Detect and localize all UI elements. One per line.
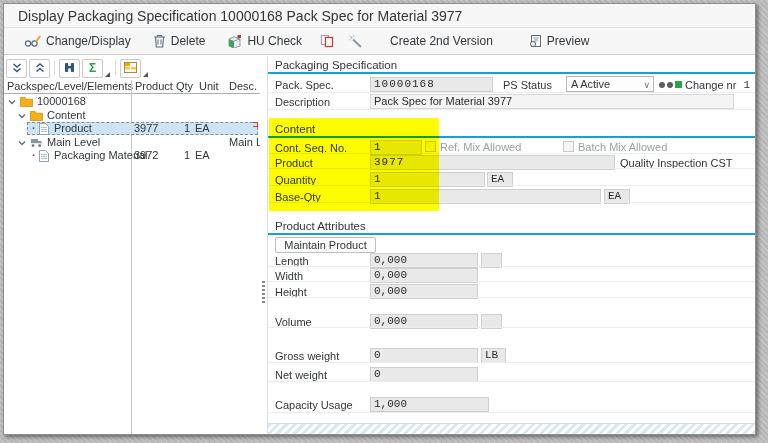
status-dot-icon: [659, 82, 665, 88]
copy-check-button[interactable]: [316, 31, 338, 51]
sigma-icon: Σ: [89, 61, 96, 75]
capacity-usage-field[interactable]: 1,000: [370, 397, 489, 412]
change-display-button[interactable]: Change/Display: [16, 31, 139, 51]
change-nr-value: 1: [743, 78, 750, 92]
find-button[interactable]: [59, 59, 80, 78]
tree-node-label[interactable]: 10000168: [37, 95, 86, 108]
maintain-product-button[interactable]: Maintain Product: [275, 237, 376, 253]
tree-row-product[interactable]: · Product 3977 1 EA: [4, 122, 260, 135]
batch-mix-checkbox: [563, 141, 574, 152]
change-display-icon: [24, 34, 41, 48]
section-divider: [268, 233, 755, 235]
row-divider: [268, 266, 755, 267]
tree-column-qty[interactable]: Qty: [176, 80, 193, 93]
window-titlebar: Display Packaging Specification 10000168…: [4, 4, 755, 28]
row-divider: [268, 327, 755, 328]
form-panel: Packaging Specification Pack. Spec. 1000…: [267, 56, 755, 434]
hierarchy-table-icon: [124, 61, 137, 76]
row-divider: [268, 362, 755, 363]
bullet-icon: ·: [32, 149, 36, 162]
chevron-down-icon[interactable]: [18, 110, 26, 122]
row-divider: [268, 297, 755, 298]
tree-node-label[interactable]: Main Level: [47, 136, 100, 149]
sum-button[interactable]: Σ: [82, 59, 103, 78]
pack-spec-field[interactable]: 10000168: [370, 77, 493, 92]
section-divider: [268, 136, 755, 138]
change-display-label: Change/Display: [46, 34, 131, 48]
gross-weight-unit-field[interactable]: LB: [481, 348, 506, 363]
tree-row-packspec[interactable]: 10000168: [4, 95, 260, 108]
net-weight-label: Net weight: [275, 368, 327, 382]
row-divider: [268, 202, 755, 203]
ps-status-dropdown[interactable]: A Active ∨: [566, 76, 654, 92]
gross-weight-label: Gross weight: [275, 349, 339, 363]
ps-status-label: PS Status: [503, 78, 552, 92]
row-divider: [268, 412, 755, 413]
trash-icon: [153, 34, 166, 48]
tree-column-desc[interactable]: Desc.: [229, 80, 257, 93]
tree-cell-unit: EA: [195, 122, 210, 135]
ps-status-value: A Active: [571, 78, 610, 90]
row-divider: [268, 281, 755, 282]
description-field[interactable]: Pack Spec for Material 3977: [370, 94, 734, 109]
expand-all-button[interactable]: [6, 59, 27, 78]
change-nr-label: Change nr: [685, 78, 736, 92]
binoculars-icon: [64, 61, 75, 76]
window-title: Display Packaging Specification 10000168…: [18, 8, 462, 24]
collapse-all-button[interactable]: [29, 59, 50, 78]
panel-splitter[interactable]: [260, 56, 267, 434]
layout-button[interactable]: [120, 59, 141, 78]
toolbar-separator: [115, 61, 116, 75]
chevron-down-icon[interactable]: [8, 96, 16, 108]
section-title-packaging-specification: Packaging Specification: [275, 59, 397, 71]
delete-button[interactable]: Delete: [145, 31, 214, 51]
create-2nd-version-button[interactable]: Create 2nd Version: [382, 31, 501, 51]
layout-dropdown-arrow-icon[interactable]: [143, 72, 148, 77]
tree-column-name[interactable]: Packspec/Level/Elements: [7, 80, 133, 93]
tree-node-label[interactable]: Content: [47, 109, 86, 122]
preview-icon: [529, 34, 542, 48]
document-icon: [39, 150, 49, 164]
status-green-square-icon: [675, 81, 682, 88]
pack-spec-label: Pack. Spec.: [275, 78, 334, 92]
preview-label: Preview: [547, 34, 590, 48]
status-lights: [659, 81, 682, 88]
description-label: Description: [275, 95, 330, 109]
row-divider: [268, 381, 755, 382]
chevron-down-icon[interactable]: [18, 137, 26, 149]
chevron-double-down-icon: [12, 61, 22, 76]
tree-row-content[interactable]: Content: [4, 109, 260, 122]
tree-row-main-level[interactable]: Main Level Main Level: [4, 136, 260, 149]
tree-cell-product: 3972: [134, 149, 158, 162]
tree-column-unit[interactable]: Unit: [199, 80, 219, 93]
tree-cell-desc: Main Level: [229, 136, 260, 149]
capacity-usage-label: Capacity Usage: [275, 398, 353, 412]
tree-column-product[interactable]: Product: [135, 80, 173, 93]
section-divider: [268, 72, 755, 74]
splitter-grip-icon[interactable]: [262, 281, 265, 303]
magic-wand-icon: [348, 34, 362, 48]
status-dot-icon: [667, 82, 673, 88]
tree-cell-qty: 1: [172, 122, 190, 135]
bullet-icon: ·: [32, 122, 36, 135]
app-window: Display Packaging Specification 10000168…: [3, 3, 756, 435]
sum-dropdown-arrow-icon[interactable]: [105, 72, 110, 77]
hu-check-button[interactable]: HU Check: [219, 31, 310, 51]
row-divider: [268, 153, 755, 154]
main-content: Σ Packspec/Level/Elements Product Qty Un…: [4, 56, 755, 434]
gross-weight-field[interactable]: 0: [370, 348, 478, 363]
section-title-content: Content: [275, 123, 315, 135]
folder-icon: [20, 96, 33, 109]
tree-toolbar: Σ: [6, 58, 149, 78]
preview-button[interactable]: Preview: [521, 31, 598, 51]
tree-row-packaging-material[interactable]: · Packaging Material 3972 1 EA: [4, 149, 260, 162]
tree-node-label[interactable]: Product: [54, 122, 92, 135]
delete-label: Delete: [171, 34, 206, 48]
row-divider: [268, 168, 755, 169]
row-divider: [268, 185, 755, 186]
chevron-double-up-icon: [35, 61, 45, 76]
wizard-button[interactable]: [344, 31, 366, 51]
tree-cell-unit: EA: [195, 149, 210, 162]
row-divider: [268, 92, 755, 93]
net-weight-field[interactable]: 0: [370, 367, 478, 382]
